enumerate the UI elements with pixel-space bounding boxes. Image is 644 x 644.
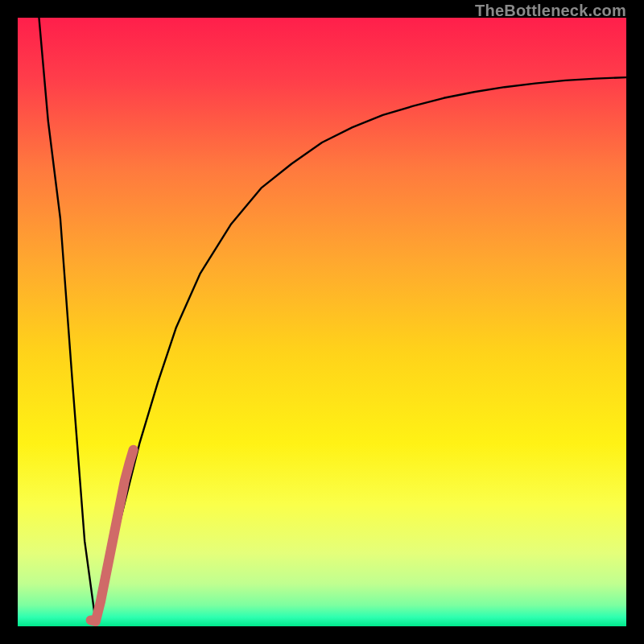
chart-canvas bbox=[18, 18, 626, 626]
chart-frame: TheBottleneck.com bbox=[0, 0, 644, 644]
curve-left-branch bbox=[39, 18, 95, 621]
highlight-segment bbox=[91, 450, 134, 621]
curve-right-branch bbox=[96, 77, 626, 621]
watermark-text: TheBottleneck.com bbox=[475, 2, 626, 20]
